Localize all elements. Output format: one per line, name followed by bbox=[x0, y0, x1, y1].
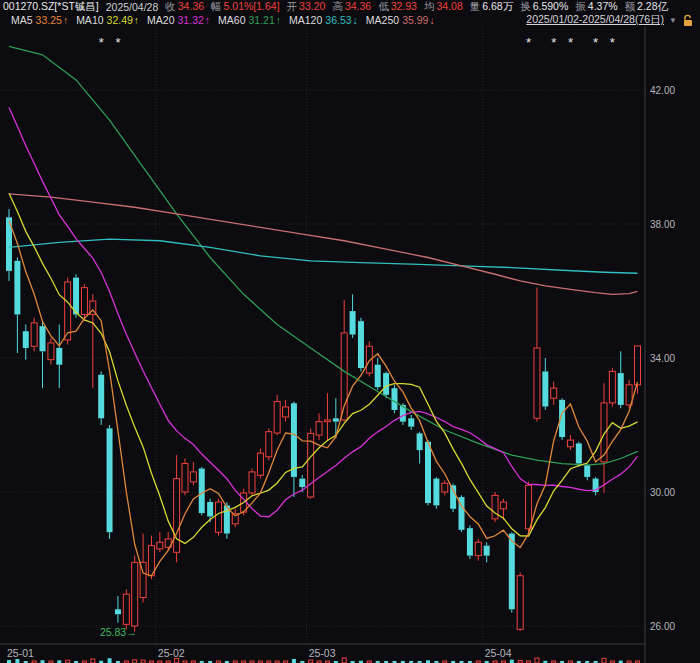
candle[interactable] bbox=[609, 368, 615, 407]
candle[interactable] bbox=[341, 300, 347, 422]
candle[interactable] bbox=[484, 542, 490, 562]
candle[interactable] bbox=[425, 440, 431, 505]
candle[interactable] bbox=[73, 274, 79, 318]
candle[interactable] bbox=[123, 589, 129, 629]
candle[interactable] bbox=[358, 318, 364, 372]
candle[interactable] bbox=[174, 455, 180, 562]
quote-date: 2025/04/28 bbox=[106, 1, 159, 13]
candle[interactable] bbox=[442, 480, 448, 495]
range-selector[interactable]: 2025/01/02-2025/04/28(76日) ▼ bbox=[526, 13, 694, 27]
candle-body-down bbox=[383, 373, 389, 395]
candle[interactable] bbox=[249, 469, 255, 496]
candle-body-up bbox=[567, 440, 573, 447]
quote-field: 量6.68万 bbox=[470, 0, 513, 14]
ma-legend-item[interactable]: MA12036.53↓ bbox=[281, 14, 358, 26]
candle[interactable] bbox=[14, 258, 20, 353]
ma-name: MA120 bbox=[289, 14, 322, 26]
candle[interactable] bbox=[467, 526, 473, 560]
ma-legend-item[interactable]: MA25035.99↓ bbox=[358, 14, 435, 26]
quote-field: 收34.36 bbox=[165, 0, 204, 14]
ma-name: MA10 bbox=[76, 14, 103, 26]
candle[interactable] bbox=[40, 321, 46, 388]
candle-body-up bbox=[81, 288, 87, 315]
quote-field: 振4.37% bbox=[575, 0, 617, 14]
candle[interactable] bbox=[165, 532, 171, 550]
ma-legend-item[interactable]: MA533.25↑ bbox=[3, 14, 68, 26]
candle[interactable] bbox=[542, 358, 548, 410]
candle[interactable] bbox=[115, 596, 121, 623]
quote-header: 001270.SZ[*ST铖昌] 2025/04/28 收34.36幅5.01%… bbox=[0, 0, 700, 13]
candle[interactable] bbox=[635, 346, 641, 394]
candle[interactable] bbox=[408, 415, 414, 430]
y-axis-tick: 30.00 bbox=[650, 487, 675, 498]
candle[interactable] bbox=[391, 385, 397, 413]
candle[interactable] bbox=[450, 484, 456, 512]
candle[interactable] bbox=[199, 467, 205, 516]
candle[interactable] bbox=[433, 477, 439, 509]
candle[interactable] bbox=[618, 351, 624, 408]
candle[interactable] bbox=[316, 413, 322, 440]
candle[interactable] bbox=[90, 294, 96, 388]
candle[interactable] bbox=[216, 499, 222, 536]
candle[interactable] bbox=[56, 325, 62, 389]
candle-body-up bbox=[249, 472, 255, 493]
chevron-down-icon[interactable]: ▼ bbox=[669, 16, 677, 25]
candle[interactable] bbox=[23, 325, 29, 360]
field-label: 振 bbox=[575, 0, 586, 12]
candle[interactable] bbox=[308, 428, 314, 498]
field-value: 6.590% bbox=[533, 0, 569, 12]
stock-code[interactable]: 001270.SZ[*ST铖昌] bbox=[3, 0, 99, 14]
candle[interactable] bbox=[107, 425, 113, 539]
candle[interactable] bbox=[576, 442, 582, 467]
candle[interactable] bbox=[257, 448, 263, 478]
candle[interactable] bbox=[6, 209, 12, 281]
candle[interactable] bbox=[157, 532, 163, 552]
candle[interactable] bbox=[98, 371, 104, 425]
candle-body-down bbox=[23, 331, 29, 348]
candle[interactable] bbox=[475, 539, 481, 561]
candle-body-up bbox=[500, 502, 506, 509]
candle-body-up bbox=[31, 323, 37, 346]
candle[interactable] bbox=[509, 532, 515, 612]
unlock-icon[interactable] bbox=[682, 14, 694, 27]
candlestick-chart[interactable]: 42.0038.0034.0030.0026.00*******25.83→25… bbox=[0, 27, 700, 663]
candle[interactable] bbox=[291, 402, 297, 497]
candle[interactable] bbox=[567, 435, 573, 450]
candle[interactable] bbox=[517, 572, 523, 631]
field-value: 5.01%[1.64] bbox=[224, 0, 280, 12]
candle[interactable] bbox=[190, 462, 196, 485]
candle[interactable] bbox=[283, 400, 289, 422]
ma-legend-item[interactable]: MA2031.32↑ bbox=[139, 14, 210, 26]
candle[interactable] bbox=[584, 464, 590, 481]
candle[interactable] bbox=[266, 428, 272, 460]
ma-name: MA5 bbox=[11, 14, 33, 26]
candle[interactable] bbox=[350, 294, 356, 338]
y-axis-tick: 26.00 bbox=[650, 621, 675, 632]
candle-body-up bbox=[475, 542, 481, 555]
candle[interactable] bbox=[65, 278, 71, 345]
range-label[interactable]: 2025/01/02-2025/04/28(76日) bbox=[526, 13, 664, 27]
ma-name: MA60 bbox=[218, 14, 245, 26]
candle[interactable] bbox=[417, 432, 423, 464]
ma-legend-item[interactable]: MA6031.21↑ bbox=[210, 14, 281, 26]
candle-body-up bbox=[324, 420, 330, 422]
candle[interactable] bbox=[593, 477, 599, 495]
quote-field: 均34.08 bbox=[424, 0, 463, 14]
candle[interactable] bbox=[48, 338, 54, 365]
candle-body-down bbox=[391, 388, 397, 410]
candle[interactable] bbox=[31, 318, 37, 352]
candle[interactable] bbox=[534, 288, 540, 422]
candle-body-down bbox=[484, 546, 490, 556]
candle[interactable] bbox=[182, 459, 188, 496]
volume-bar bbox=[535, 658, 539, 663]
candle[interactable] bbox=[324, 393, 330, 440]
candle[interactable] bbox=[274, 395, 280, 435]
candle[interactable] bbox=[492, 492, 498, 522]
candle-body-up bbox=[517, 576, 523, 630]
field-value: 33.20 bbox=[299, 0, 325, 12]
candle[interactable] bbox=[232, 509, 238, 527]
candle[interactable] bbox=[132, 556, 138, 632]
candle[interactable] bbox=[551, 381, 557, 404]
candle[interactable] bbox=[375, 358, 381, 390]
ma-legend-item[interactable]: MA1032.49↑ bbox=[68, 14, 139, 26]
